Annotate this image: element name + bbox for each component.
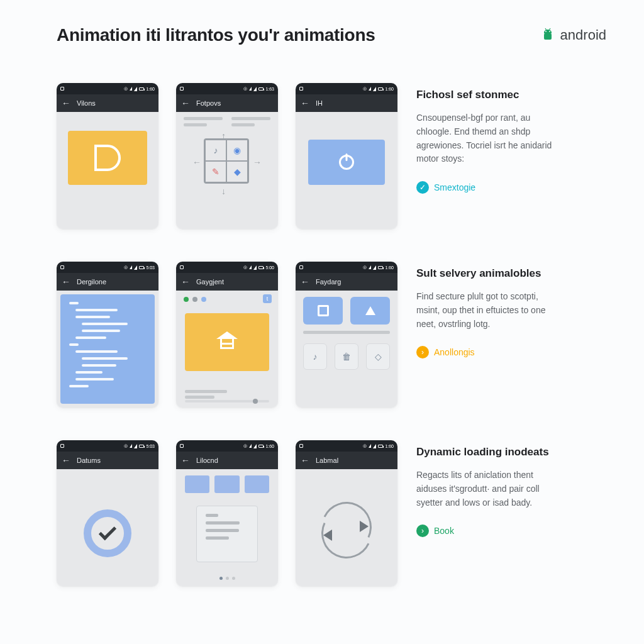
arrow-left-icon: ←: [192, 157, 201, 167]
app-title: Fotpovs: [196, 99, 221, 107]
slider[interactable]: [185, 400, 269, 402]
hero-card: [68, 131, 147, 185]
app-bar: ← Labmal: [296, 452, 397, 469]
music-note-icon: ♪: [313, 352, 318, 362]
app-title: Vilons: [77, 99, 96, 107]
divider: [303, 331, 390, 334]
tile-square[interactable]: [303, 297, 343, 325]
statusbar: ◎1:60: [296, 262, 397, 273]
check-icon: [99, 523, 116, 540]
check-badge-icon: ✓: [416, 181, 429, 194]
document-card: [196, 506, 258, 562]
music-icon: ♪: [205, 140, 226, 161]
tile-diamond[interactable]: ◇: [366, 343, 390, 370]
app-bar: ← Datums: [57, 452, 158, 469]
power-icon: [339, 155, 354, 170]
section-body: Cnsoupensel-bgf por rant, au chloogle. E…: [416, 111, 561, 166]
square-icon: [318, 305, 329, 316]
back-icon[interactable]: ←: [62, 456, 70, 465]
svg-line-3: [545, 28, 547, 30]
section-body: Find secture plult got to scotpti, msint…: [416, 290, 561, 331]
statusbar: ◎5:03: [57, 262, 158, 273]
tab-strip: [185, 475, 269, 493]
clock: 1:60: [265, 444, 274, 448]
app-title: IH: [316, 99, 323, 107]
arrow-down-icon: ↓: [221, 186, 226, 196]
layers-icon: [216, 331, 238, 353]
android-icon: [540, 28, 555, 43]
app-title: Labmal: [316, 457, 338, 464]
app-title: Datums: [77, 457, 101, 464]
statusbar: ◎1:60: [296, 440, 397, 452]
app-title: Lilocnd: [196, 457, 218, 464]
back-icon[interactable]: ←: [301, 99, 309, 108]
preview-card: [185, 313, 269, 371]
link-label: Anollongis: [434, 347, 475, 357]
app-bar: ← Dergilone: [57, 273, 158, 291]
clock: 1:60: [385, 87, 394, 91]
section-link[interactable]: ✓ Smextogie: [416, 181, 561, 194]
statusbar: ◎1:60: [57, 83, 158, 94]
tile-music[interactable]: ♪: [303, 343, 327, 370]
status-dots: [184, 297, 206, 302]
app-bar: ← IH: [296, 94, 397, 112]
category-grid: ♪ ◉ ✎ ◆: [204, 138, 249, 184]
section-link[interactable]: › Anollongis: [416, 346, 561, 358]
brand-logo: android: [540, 27, 606, 43]
diamond-icon: ◇: [375, 352, 382, 362]
hero-card: [308, 140, 385, 185]
statusbar: ◎5:03: [57, 440, 158, 452]
droplet-icon: ◉: [226, 140, 248, 161]
tag-chip: t: [263, 294, 272, 303]
chevron-badge-icon: ›: [416, 346, 429, 358]
sync-icon: [318, 502, 375, 558]
back-icon[interactable]: ←: [301, 277, 309, 286]
brand-wordmark: android: [560, 27, 606, 43]
back-icon[interactable]: ←: [181, 277, 190, 286]
statusbar: ◎5:00: [176, 262, 278, 273]
link-label: Smextogie: [434, 182, 475, 192]
statusbar: ◎1:60: [296, 83, 397, 94]
chevron-badge-icon: ›: [416, 525, 429, 537]
clock: 1:60: [385, 444, 394, 448]
diamond-icon: ◆: [226, 161, 248, 182]
statusbar: ◎1:63: [176, 83, 278, 94]
arrow-up-icon: ↑: [221, 131, 226, 141]
clock: 1:60: [385, 265, 394, 270]
back-icon[interactable]: ←: [181, 99, 190, 108]
svg-rect-2: [544, 33, 552, 40]
phone-mock-1-3: ◎1:60 ← IH: [296, 83, 397, 229]
app-bar: ← Lilocnd: [176, 452, 278, 469]
svg-line-4: [549, 28, 550, 30]
phone-mock-3-2: ◎1:60 ← Lilocnd: [176, 440, 278, 586]
success-ring: [84, 509, 131, 557]
clock: 5:03: [146, 265, 155, 270]
section-body: Regacts lits of aniclation thent aiduses…: [416, 469, 561, 509]
clock: 5:03: [146, 444, 155, 448]
phone-mock-2-2: ◎5:00 ← Gaygjent t: [176, 262, 278, 408]
section-link[interactable]: › Book: [416, 525, 561, 537]
app-title: Dergilone: [77, 278, 106, 286]
d-shape-icon: [94, 145, 121, 171]
cup-icon: 🗑: [342, 352, 351, 362]
tile-triangle[interactable]: [350, 297, 390, 325]
app-bar: ← Vilons: [57, 94, 158, 112]
pencil-icon: ✎: [205, 161, 226, 182]
back-icon[interactable]: ←: [62, 277, 70, 286]
back-icon[interactable]: ←: [181, 456, 190, 465]
section-title: Sult selvery animalobles: [416, 267, 561, 280]
phone-mock-1-2: ◎1:63 ← Fotpovs ♪ ◉ ✎ ◆ ↑ ← → ↓: [176, 83, 278, 229]
pager-dots: [176, 577, 278, 580]
section-title: Fichosl sef stonmec: [416, 88, 561, 101]
app-title: Gaygjent: [196, 278, 224, 286]
phone-mock-3-1: ◎5:03 ← Datums: [57, 440, 158, 586]
clock: 1:60: [146, 87, 155, 91]
triangle-icon: [365, 306, 375, 315]
phone-mock-2-1: ◎5:03 ← Dergilone: [57, 262, 158, 408]
arrow-right-icon: →: [253, 157, 262, 167]
tile-cup[interactable]: 🗑: [335, 343, 358, 370]
back-icon[interactable]: ←: [301, 456, 309, 465]
back-icon[interactable]: ←: [62, 99, 70, 108]
statusbar: ◎1:60: [176, 440, 278, 452]
app-bar: ← Gaygjent: [176, 273, 278, 291]
